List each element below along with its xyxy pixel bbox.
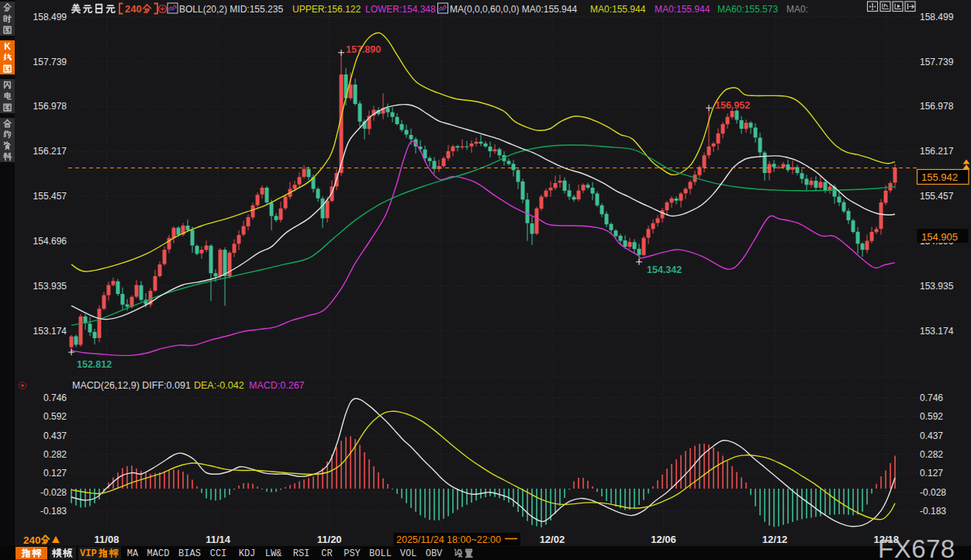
svg-text:156.952: 156.952 — [715, 100, 750, 111]
svg-text:153.935: 153.935 — [33, 281, 67, 292]
svg-text:PSY: PSY — [344, 548, 361, 559]
svg-text:153.174: 153.174 — [920, 326, 954, 337]
svg-text:MA60:155.573: MA60:155.573 — [717, 4, 778, 15]
svg-text:LW&: LW& — [265, 548, 282, 559]
svg-text:0.437: 0.437 — [920, 430, 943, 441]
svg-text:MA0:155.944: MA0:155.944 — [655, 4, 710, 15]
svg-text:154.696: 154.696 — [33, 236, 67, 247]
svg-text:0.437: 0.437 — [43, 430, 67, 441]
svg-text:153.935: 153.935 — [920, 281, 954, 292]
svg-text:155.942: 155.942 — [921, 171, 958, 183]
svg-text:MA: MA — [127, 548, 139, 559]
svg-text:0.127: 0.127 — [920, 468, 943, 479]
svg-text:OBV: OBV — [426, 548, 443, 559]
svg-text:UPPER:156.122: UPPER:156.122 — [292, 4, 361, 15]
svg-text:MACD(26,12,9) DIFF:0.091: MACD(26,12,9) DIFF:0.091 — [72, 380, 191, 391]
svg-text:240: 240 — [125, 3, 142, 15]
svg-text:157.739: 157.739 — [920, 57, 954, 67]
svg-text:12/06: 12/06 — [651, 534, 676, 545]
svg-text:0.592: 0.592 — [920, 411, 943, 422]
svg-text:MA0:155.944: MA0:155.944 — [590, 4, 646, 15]
svg-text:MACD: MACD — [147, 548, 170, 559]
svg-text:152.812: 152.812 — [77, 359, 112, 370]
svg-text:CR: CR — [321, 548, 332, 559]
svg-text:158.499: 158.499 — [33, 12, 67, 22]
svg-text:157.739: 157.739 — [33, 57, 67, 67]
svg-text:MA(0,0,0,60,0,0) MA0:155.944: MA(0,0,0,60,0,0) MA0:155.944 — [450, 4, 577, 15]
svg-text:155.457: 155.457 — [33, 191, 67, 202]
svg-text:0.592: 0.592 — [43, 411, 67, 422]
svg-text:156.217: 156.217 — [33, 146, 67, 157]
svg-text:11/14: 11/14 — [206, 534, 231, 545]
svg-text:FX678: FX678 — [878, 534, 955, 560]
svg-text:156.217: 156.217 — [920, 146, 954, 157]
svg-text:2025/11/24 18:00~22:00: 2025/11/24 18:00~22:00 — [396, 534, 501, 545]
svg-text:157.890: 157.890 — [346, 44, 381, 55]
svg-text:VOL: VOL — [400, 548, 417, 559]
svg-text:0.746: 0.746 — [920, 392, 943, 403]
svg-text:-0.028: -0.028 — [40, 487, 67, 498]
svg-text:154.905: 154.905 — [921, 231, 958, 243]
svg-text:BIAS: BIAS — [178, 548, 201, 559]
svg-text:155.457: 155.457 — [920, 191, 954, 202]
svg-text:K: K — [4, 41, 11, 52]
svg-text:-0.183: -0.183 — [40, 506, 67, 517]
svg-text:BOLL: BOLL — [369, 548, 392, 559]
svg-text:-0.028: -0.028 — [920, 487, 946, 498]
svg-text:MACD:0.267: MACD:0.267 — [249, 380, 305, 391]
svg-text:MA0:: MA0: — [786, 4, 808, 15]
svg-text:DEA:-0.042: DEA:-0.042 — [194, 380, 244, 391]
svg-text:11/08: 11/08 — [95, 534, 119, 545]
svg-text:VIP: VIP — [80, 548, 97, 559]
svg-text:12/12: 12/12 — [762, 534, 788, 545]
svg-text:156.978: 156.978 — [33, 101, 67, 112]
svg-text:KDJ: KDJ — [239, 548, 256, 559]
svg-text:156.978: 156.978 — [920, 101, 954, 112]
svg-text:-0.183: -0.183 — [920, 506, 946, 517]
svg-text:CCI: CCI — [210, 548, 227, 559]
svg-text:0.127: 0.127 — [43, 468, 67, 479]
svg-text:154.342: 154.342 — [647, 264, 682, 275]
svg-text:158.499: 158.499 — [920, 12, 954, 22]
svg-text:RSI: RSI — [293, 548, 310, 559]
svg-text:11/20: 11/20 — [317, 534, 342, 545]
svg-text:0.282: 0.282 — [920, 449, 943, 460]
svg-text:0.282: 0.282 — [43, 449, 67, 460]
svg-text:BOLL(20,2) MID:155.235: BOLL(20,2) MID:155.235 — [179, 4, 283, 15]
svg-text:240: 240 — [23, 534, 41, 546]
svg-text:0.746: 0.746 — [43, 392, 67, 403]
svg-text:LOWER:154.348: LOWER:154.348 — [365, 4, 436, 15]
svg-text:153.174: 153.174 — [33, 326, 67, 337]
svg-text:12/02: 12/02 — [540, 534, 565, 545]
